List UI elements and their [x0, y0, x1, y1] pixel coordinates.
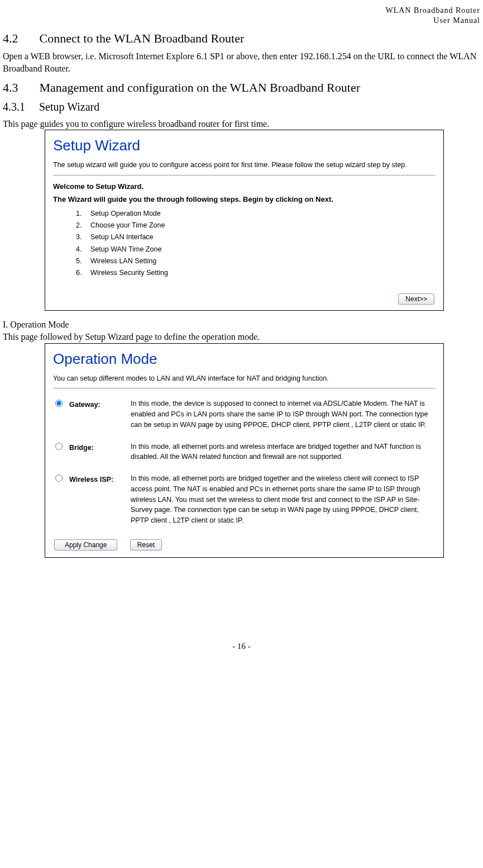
separator	[53, 175, 436, 176]
bridge-radio[interactable]	[55, 443, 63, 450]
gateway-desc: In this mode, the device is supposed to …	[128, 395, 436, 438]
bridge-desc: In this mode, all ethernet ports and wir…	[128, 438, 436, 471]
step-item: Setup Operation Mode	[84, 208, 436, 220]
gateway-label: Gateway:	[67, 395, 128, 438]
step-item: Choose your Time Zone	[84, 220, 436, 231]
operation-mode-screenshot: Operation Mode You can setup different m…	[45, 343, 444, 558]
option-row-wireless-isp: Wireless ISP: In this mode, all ethernet…	[53, 470, 436, 534]
wireless-isp-label: Wireless ISP:	[67, 470, 128, 534]
section-number: 4.3.1	[3, 101, 36, 113]
reset-button[interactable]: Reset	[130, 539, 162, 551]
operation-mode-options: Gateway: In this mode, the device is sup…	[53, 395, 436, 534]
page-number: - 16 -	[232, 642, 251, 651]
section-number: 4.3	[3, 80, 36, 95]
header-line-1: WLAN Broadband Router	[385, 6, 480, 15]
section-title: Setup Wizard	[39, 101, 99, 113]
option-row-gateway: Gateway: In this mode, the device is sup…	[53, 395, 436, 438]
step-item: Wireless Security Setting	[84, 267, 436, 279]
wireless-isp-radio[interactable]	[55, 475, 63, 482]
section-4-2-body: Open a WEB browser, i.e. Microsoft Inter…	[3, 50, 480, 74]
step-item: Setup LAN Interface	[84, 231, 436, 243]
operation-mode-intro: This page followed by Setup Wizard page …	[3, 331, 480, 343]
separator	[53, 388, 436, 388]
document-header: WLAN Broadband Router User Manual	[3, 6, 480, 26]
setup-wizard-desc: The setup wizard will guide you to confi…	[53, 160, 436, 170]
setup-wizard-instruction: The Wizard will guide you the through fo…	[53, 195, 436, 203]
heading-4-3: 4.3 Management and configuration on the …	[3, 80, 480, 95]
apply-change-button[interactable]: Apply Change	[54, 539, 117, 551]
heading-4-3-1: 4.3.1 Setup Wizard	[3, 101, 480, 113]
section-4-3-1-intro: This page guides you to configure wirele…	[3, 118, 480, 130]
next-button[interactable]: Next>>	[398, 293, 434, 305]
operation-mode-heading: I. Operation Mode	[3, 319, 480, 331]
section-title: Management and configuration on the WLAN…	[40, 80, 361, 94]
operation-mode-desc: You can setup different modes to LAN and…	[53, 373, 436, 384]
setup-wizard-screenshot: Setup Wizard The setup wizard will guide…	[45, 130, 444, 311]
heading-4-2: 4.2 Connect to the WLAN Broadband Router	[3, 31, 480, 46]
gateway-radio[interactable]	[55, 400, 63, 407]
step-item: Setup WAN Time Zone	[84, 244, 436, 255]
step-item: Wireless LAN Setting	[84, 255, 436, 267]
setup-wizard-welcome: Welcome to Setup Wizard.	[53, 182, 436, 191]
operation-mode-title: Operation Mode	[53, 350, 436, 368]
header-line-2: User Manual	[433, 16, 480, 25]
page-footer: - 16 -	[3, 642, 480, 657]
section-number: 4.2	[3, 31, 36, 46]
bridge-label: Bridge:	[67, 438, 128, 471]
option-row-bridge: Bridge: In this mode, all ethernet ports…	[53, 438, 436, 471]
setup-wizard-title: Setup Wizard	[53, 137, 436, 154]
section-title: Connect to the WLAN Broadband Router	[40, 31, 245, 45]
setup-wizard-steps: Setup Operation Mode Choose your Time Zo…	[84, 208, 436, 279]
wireless-isp-desc: In this mode, all ethernet ports are bri…	[128, 470, 436, 534]
